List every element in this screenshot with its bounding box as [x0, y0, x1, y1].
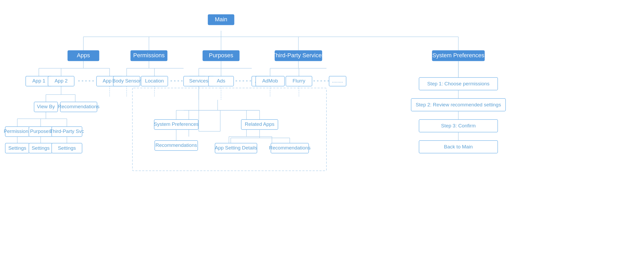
svg-text:Settings: Settings: [58, 145, 76, 151]
svg-text:........: ........: [332, 78, 343, 84]
node-related-apps: Related Apps: [241, 120, 278, 130]
node-system-preferences-top: System Preferences: [432, 50, 485, 61]
node-step1[interactable]: Step 1: Choose permissions: [419, 77, 498, 90]
svg-text:Recommendations: Recommendations: [155, 142, 197, 148]
node-apps: Apps: [68, 50, 99, 61]
node-recommendations-app: Recommendations: [58, 102, 99, 112]
svg-text:AdMob: AdMob: [262, 78, 278, 84]
svg-text:Step 1: Choose permissions: Step 1: Choose permissions: [427, 81, 490, 86]
svg-text:Related Apps: Related Apps: [245, 121, 274, 127]
node-app2: App 2: [48, 76, 74, 86]
svg-text:App Setting Details: App Setting Details: [215, 145, 257, 151]
node-body-sensor: Body Sensor: [112, 76, 141, 86]
node-flurry: Flurry: [286, 76, 312, 86]
node-recommendations-2: Recommendations: [155, 141, 198, 151]
node-thirdparty-dots: ........: [329, 76, 346, 86]
svg-text:Back to Main: Back to Main: [444, 144, 473, 149]
node-step2[interactable]: Step 2: Review recommended settings: [411, 99, 506, 111]
svg-text:Location: Location: [145, 78, 164, 84]
svg-text:Main: Main: [215, 16, 227, 23]
node-settings-2: Settings: [29, 143, 52, 153]
node-ads: Ads: [208, 76, 234, 86]
node-permissions: Permissions: [131, 50, 167, 61]
svg-text:- - - - -: - - - - -: [235, 77, 251, 84]
svg-text:App 2: App 2: [55, 78, 68, 84]
node-admob: AdMob: [256, 76, 285, 86]
node-third-party: Third-Party Services: [272, 50, 324, 61]
svg-text:App 1: App 1: [32, 78, 45, 84]
svg-text:Recommendations: Recommendations: [58, 104, 99, 109]
svg-text:Settings: Settings: [32, 145, 50, 151]
svg-text:System Preferences: System Preferences: [432, 52, 484, 59]
svg-text:- - - - -: - - - - -: [313, 77, 329, 84]
svg-text:Third-Party Svc: Third-Party Svc: [50, 128, 84, 134]
node-step3[interactable]: Step 3: Confirm: [419, 120, 498, 132]
svg-text:Services: Services: [189, 78, 208, 84]
node-app-setting-details: App Setting Details: [215, 143, 257, 153]
node-system-pref-sub: System Preferences: [154, 120, 198, 130]
svg-text:Recommendations: Recommendations: [269, 145, 310, 151]
node-recommendations-3: Recommendations: [269, 143, 310, 153]
svg-text:Flurry: Flurry: [293, 78, 305, 84]
svg-text:Step 3: Confirm: Step 3: Confirm: [441, 123, 476, 128]
svg-text:Purposes: Purposes: [30, 128, 51, 134]
node-main: Main: [208, 14, 234, 25]
svg-text:Ads: Ads: [217, 78, 226, 84]
svg-text:System Preferences: System Preferences: [154, 121, 198, 127]
node-settings-3: Settings: [52, 143, 82, 153]
svg-text:Body Sensor: Body Sensor: [112, 78, 141, 84]
node-purposes: Purposes: [203, 50, 239, 61]
svg-text:Permissions: Permissions: [133, 52, 165, 59]
node-view-by: View By: [34, 102, 58, 112]
node-settings-1: Settings: [5, 143, 29, 153]
svg-text:Step 2: Review recommended set: Step 2: Review recommended settings: [416, 102, 501, 107]
node-permissions-leaf: Permissions: [4, 127, 31, 137]
svg-text:Third-Party Services: Third-Party Services: [272, 52, 324, 59]
node-purposes-leaf: Purposes: [29, 127, 52, 137]
svg-text:- - - - -: - - - - -: [78, 77, 94, 84]
svg-text:Settings: Settings: [8, 145, 26, 151]
svg-text:View By: View By: [37, 104, 55, 109]
node-back-to-main[interactable]: Back to Main: [419, 141, 498, 153]
svg-text:Apps: Apps: [77, 52, 90, 59]
node-location: Location: [141, 76, 168, 86]
node-third-party-svc: Third-Party Svc: [50, 127, 84, 137]
svg-text:Permissions: Permissions: [4, 128, 31, 134]
svg-text:Purposes: Purposes: [209, 52, 233, 59]
